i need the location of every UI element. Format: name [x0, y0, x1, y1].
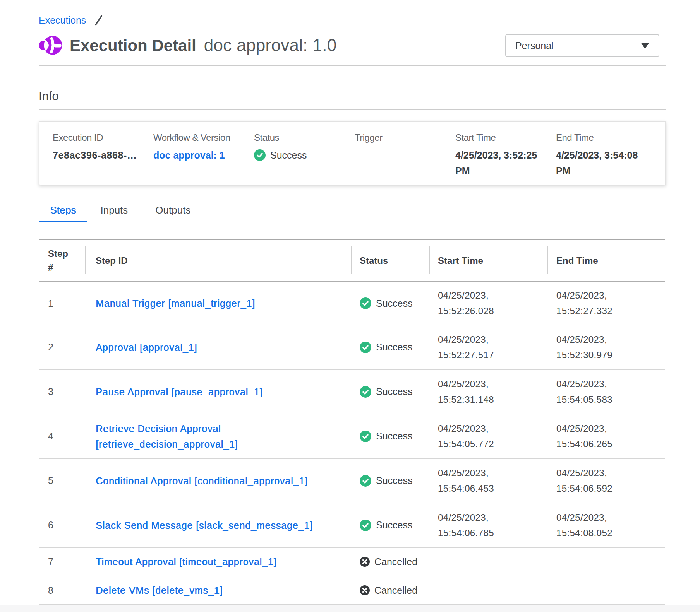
step-id-link[interactable]: Timeout Approval [timeout_approval_1] [96, 554, 276, 569]
info-field-value: 4/25/2023, 3:52:25 PM [455, 147, 550, 178]
end-time-line: 15:54:05.583 [556, 392, 665, 407]
step-number: 1 [39, 298, 85, 309]
step-id-link[interactable]: Pause Approval [pause_approval_1] [96, 384, 262, 400]
info-field-label: Workflow & Version [153, 133, 248, 143]
column-header-end-time: End Time [547, 254, 665, 268]
table-row-6: 6Slack Send Message [slack_send_message_… [39, 503, 665, 548]
execution-detail-page: Executions Execution Detaildoc approval:… [39, 0, 666, 605]
success-circle [360, 431, 371, 442]
status-text: Success [376, 520, 412, 531]
end-time-cell: 04/25/2023,15:54:08.052 [547, 510, 665, 541]
table-row-5: 5Conditional Approval [conditional_appro… [39, 459, 665, 503]
status-text: Cancelled [374, 556, 417, 568]
step-id-cell: Retrieve Decision Approval [retrieve_dec… [85, 421, 351, 452]
table-row-4: 4Retrieve Decision Approval [retrieve_de… [39, 414, 665, 459]
status-cell: Cancelled [351, 556, 429, 568]
header-divider-2 [351, 246, 352, 274]
start-time-line: 15:52:26.028 [438, 303, 547, 319]
page-title-main: Execution Detail [70, 36, 196, 55]
success-circle [360, 297, 371, 309]
status-cell: Cancelled [351, 585, 429, 596]
info-field-end-time: End Time4/25/2023, 3:54:08 PM [556, 133, 657, 185]
column-header-step-num: Step # [39, 247, 85, 275]
separator-line [96, 15, 102, 25]
step-id-cell: Manual Trigger [manual_trigger_1] [85, 296, 351, 311]
success-circle [360, 386, 371, 398]
steps-table: Step # Step ID Status Start Time End Tim… [39, 239, 665, 605]
start-time-cell: 04/25/2023,15:54:06.453 [429, 465, 547, 496]
check-circle-icon [360, 386, 371, 398]
start-time-cell: 04/25/2023,15:52:26.028 [429, 288, 547, 319]
info-field-label: Start Time [455, 133, 550, 143]
info-field-trigger: Trigger [355, 133, 455, 185]
start-time-line: 15:54:06.453 [438, 481, 547, 496]
breadcrumb: Executions [39, 0, 666, 26]
tab-bar: StepsInputsOutputs [39, 201, 666, 222]
step-id-link[interactable]: Retrieve Decision Approval [retrieve_dec… [96, 421, 336, 452]
end-time-cell: 04/25/2023,15:52:30.979 [547, 332, 665, 363]
start-time-line: 15:54:05.772 [438, 436, 547, 452]
tab-outputs[interactable]: Outputs [141, 201, 205, 222]
info-field-start-time: Start Time4/25/2023, 3:52:25 PM [455, 133, 556, 185]
x-circle-icon [360, 585, 370, 595]
end-time-line: 15:52:30.979 [556, 347, 665, 363]
start-date-line: 04/25/2023, [438, 421, 547, 436]
start-time-cell: 04/25/2023,15:52:27.517 [429, 332, 547, 363]
start-date-line: 04/25/2023, [438, 376, 547, 392]
info-field-value: 4/25/2023, 3:54:08 PM [556, 147, 650, 178]
start-date-line: 04/25/2023, [438, 288, 547, 303]
info-field-label: Execution ID [53, 133, 147, 143]
step-id-link[interactable]: Conditional Approval [conditional_approv… [96, 473, 308, 489]
workflow-version-link[interactable]: doc approval: 1 [153, 147, 248, 163]
end-time-cell: 04/25/2023,15:54:05.583 [547, 376, 665, 407]
step-id-cell: Conditional Approval [conditional_approv… [85, 473, 351, 489]
table-row-3: 3Pause Approval [pause_approval_1] Succe… [39, 370, 665, 414]
success-circle [360, 342, 371, 353]
end-date-line: 04/25/2023, [556, 465, 665, 481]
step-id-link[interactable]: Approval [approval_1] [96, 340, 197, 355]
end-time-line: 15:54:06.592 [556, 481, 665, 496]
success-circle [360, 520, 371, 531]
header-divider-4 [547, 246, 548, 274]
start-date-line: 04/25/2023, [438, 510, 547, 525]
header-divider-3 [429, 246, 430, 274]
end-date-line: 04/25/2023, [556, 288, 665, 303]
column-header-status: Status [351, 254, 429, 268]
status-text: Success [376, 298, 412, 309]
step-id-link[interactable]: Slack Send Message [slack_send_message_1… [96, 518, 313, 533]
caret-down-icon [641, 43, 649, 49]
info-heading: Info [39, 89, 666, 103]
status-cell: Success [351, 297, 429, 309]
check-circle-icon [360, 520, 371, 531]
step-number: 6 [39, 520, 85, 531]
start-time-cell: 04/25/2023,15:54:05.772 [429, 421, 547, 452]
x-circle-icon [360, 557, 370, 567]
step-number: 5 [39, 475, 85, 486]
status-text: Cancelled [374, 585, 417, 596]
end-time-cell: 04/25/2023,15:54:06.265 [547, 421, 665, 452]
step-number: 3 [39, 386, 85, 397]
info-divider [39, 109, 666, 110]
tab-inputs[interactable]: Inputs [88, 201, 141, 222]
success-circle [254, 149, 266, 161]
check-circle-icon [360, 297, 371, 309]
page-title: Execution Detaildoc approval: 1.0 [70, 36, 336, 55]
step-id-link[interactable]: Delete VMs [delete_vms_1] [96, 583, 223, 598]
logo-bar [54, 44, 62, 48]
breadcrumb-executions-link[interactable]: Executions [39, 15, 86, 26]
info-field-label: Status [254, 133, 348, 143]
status-text: Success [376, 386, 412, 397]
info-field-execution-id: Execution ID7e8ac396-a868-… [53, 133, 153, 185]
tab-steps[interactable]: Steps [39, 201, 88, 222]
info-field-value: 7e8ac396-a868-… [53, 147, 147, 163]
status-text: Success [376, 342, 412, 353]
step-number: 2 [39, 342, 85, 353]
title-divider [39, 65, 666, 66]
workspace-dropdown[interactable]: Personal [505, 34, 659, 57]
end-date-line: 04/25/2023, [556, 332, 665, 347]
step-id-link[interactable]: Manual Trigger [manual_trigger_1] [96, 296, 255, 311]
status-text: Success [270, 150, 307, 161]
column-header-start-time: Start Time [429, 254, 547, 268]
start-date-line: 04/25/2023, [438, 465, 547, 481]
step-id-cell: Delete VMs [delete_vms_1] [85, 583, 351, 598]
